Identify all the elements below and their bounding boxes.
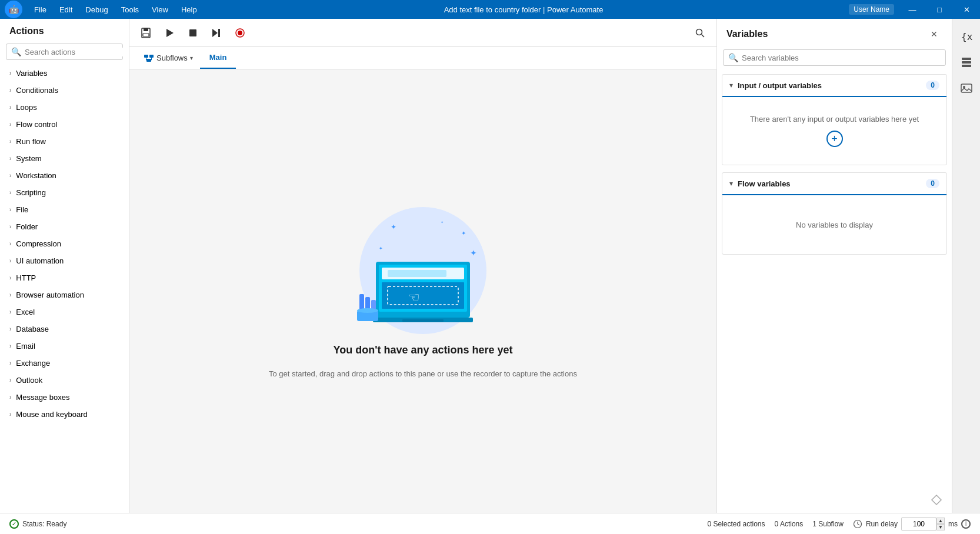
- action-label-loops: Loops: [16, 103, 36, 112]
- action-item-ui-automation[interactable]: › UI automation: [0, 252, 129, 269]
- action-label-scripting: Scripting: [16, 188, 46, 197]
- svg-rect-2: [143, 34, 149, 36]
- svg-rect-11: [144, 55, 148, 58]
- action-item-workstation[interactable]: › Workstation: [0, 167, 129, 184]
- action-item-run-flow[interactable]: › Run flow: [0, 133, 129, 150]
- chevron-icon: ›: [9, 258, 11, 264]
- action-item-variables[interactable]: › Variables: [0, 65, 129, 82]
- input-output-empty-text: There aren't any input or output variabl…: [750, 115, 919, 124]
- user-area: User Name: [844, 0, 899, 19]
- action-item-compression[interactable]: › Compression: [0, 235, 129, 252]
- action-item-loops[interactable]: › Loops: [0, 99, 129, 116]
- variables-panel-title: Variables: [726, 29, 768, 39]
- chevron-icon: ›: [9, 343, 11, 349]
- search-actions-input[interactable]: [25, 48, 124, 56]
- flow-variables-section-header[interactable]: ▾ Flow variables 0: [722, 173, 946, 195]
- action-item-email[interactable]: › Email: [0, 338, 129, 355]
- close-button[interactable]: ✕: [953, 0, 980, 19]
- action-item-system[interactable]: › System: [0, 150, 129, 167]
- run-delay-spinner[interactable]: ▲ ▼: [936, 518, 945, 530]
- action-label-compression: Compression: [16, 239, 61, 248]
- chevron-icon: ›: [9, 292, 11, 298]
- input-output-section-header[interactable]: ▾ Input / output variables 0: [722, 75, 946, 97]
- svg-rect-39: [962, 58, 971, 60]
- info-icon[interactable]: i: [961, 519, 971, 529]
- action-item-http[interactable]: › HTTP: [0, 269, 129, 286]
- action-label-system: System: [16, 154, 41, 163]
- step-button[interactable]: [207, 24, 226, 42]
- action-item-exchange[interactable]: › Exchange: [0, 355, 129, 372]
- layers-icon: [960, 56, 973, 69]
- variables-close-button[interactable]: ✕: [926, 26, 942, 42]
- chevron-icon: ›: [9, 87, 11, 94]
- run-delay-input[interactable]: [901, 517, 936, 531]
- tab-main[interactable]: Main: [200, 47, 236, 69]
- svg-rect-31: [402, 319, 444, 322]
- toolbar: [129, 19, 716, 47]
- chevron-icon: ›: [9, 206, 11, 213]
- flow-variables-title: Flow variables: [738, 179, 921, 188]
- actions-panel: Actions 🔍 › Variables › Conditionals › L…: [0, 19, 129, 513]
- run-delay-up[interactable]: ▲: [936, 518, 945, 524]
- action-label-email: Email: [16, 342, 35, 351]
- menu-view[interactable]: View: [146, 3, 174, 16]
- action-item-excel[interactable]: › Excel: [0, 303, 129, 321]
- svg-text:✦: ✦: [391, 223, 396, 231]
- chevron-icon: ›: [9, 104, 11, 111]
- save-button[interactable]: [136, 24, 155, 42]
- subflows-dropdown[interactable]: Subflows ▾: [136, 48, 200, 68]
- action-item-conditionals[interactable]: › Conditionals: [0, 82, 129, 99]
- menu-edit[interactable]: Edit: [54, 3, 78, 16]
- action-label-excel: Excel: [16, 308, 35, 316]
- action-item-browser-automation[interactable]: › Browser automation: [0, 286, 129, 303]
- svg-point-36: [357, 308, 378, 313]
- chevron-icon: ›: [9, 172, 11, 179]
- action-item-message-boxes[interactable]: › Message boxes: [0, 389, 129, 406]
- menu-debug[interactable]: Debug: [79, 3, 114, 16]
- actions-list: › Variables › Conditionals › Loops › Flo…: [0, 65, 129, 513]
- chevron-icon: ›: [9, 70, 11, 76]
- svg-rect-6: [218, 29, 220, 37]
- action-item-flow-control[interactable]: › Flow control: [0, 116, 129, 133]
- run-delay-area: Run delay ▲ ▼ ms i: [853, 517, 971, 531]
- action-item-scripting[interactable]: › Scripting: [0, 184, 129, 201]
- username-display: User Name: [849, 4, 894, 15]
- action-label-exchange: Exchange: [16, 359, 50, 368]
- layers-button[interactable]: [956, 52, 977, 73]
- search-variables-input[interactable]: [742, 54, 941, 62]
- add-variable-button[interactable]: +: [826, 131, 843, 147]
- chevron-icon: ›: [9, 155, 11, 162]
- subflows-chevron-icon: ▾: [190, 55, 193, 61]
- action-item-file[interactable]: › File: [0, 201, 129, 218]
- action-item-folder[interactable]: › Folder: [0, 218, 129, 235]
- action-item-database[interactable]: › Database: [0, 321, 129, 338]
- variables-panel-toggle-button[interactable]: {x}: [956, 26, 977, 47]
- diamond-area: [717, 487, 952, 513]
- menu-help[interactable]: Help: [175, 3, 203, 16]
- menu-tools[interactable]: Tools: [115, 3, 145, 16]
- menu-file[interactable]: File: [28, 3, 52, 16]
- image-gallery-button[interactable]: [956, 78, 977, 99]
- chevron-icon: ›: [9, 223, 11, 230]
- maximize-button[interactable]: □: [926, 0, 953, 19]
- empty-state-subtitle: To get started, drag and drop actions to…: [269, 368, 577, 380]
- svg-rect-12: [149, 55, 154, 58]
- chevron-icon: ›: [9, 309, 11, 315]
- search-actions-box[interactable]: 🔍: [6, 44, 123, 60]
- status-ready: Status: Ready: [9, 519, 66, 529]
- minimize-button[interactable]: —: [899, 0, 926, 19]
- action-item-outlook[interactable]: › Outlook: [0, 372, 129, 389]
- svg-text:✦: ✦: [461, 230, 466, 236]
- record-button[interactable]: [231, 24, 249, 42]
- svg-rect-40: [962, 61, 971, 64]
- run-delay-down[interactable]: ▼: [936, 524, 945, 530]
- svg-rect-1: [144, 28, 148, 31]
- search-variables-box[interactable]: 🔍: [723, 49, 946, 66]
- empty-state-illustration: ✦ ✦ ✦ ✦ ✦: [346, 203, 499, 332]
- action-item-mouse-keyboard[interactable]: › Mouse and keyboard: [0, 406, 129, 423]
- svg-text:✦: ✦: [379, 246, 383, 251]
- search-canvas-button[interactable]: [691, 24, 709, 42]
- run-button[interactable]: [160, 24, 179, 42]
- stop-button[interactable]: [184, 24, 202, 42]
- chevron-icon: ›: [9, 377, 11, 383]
